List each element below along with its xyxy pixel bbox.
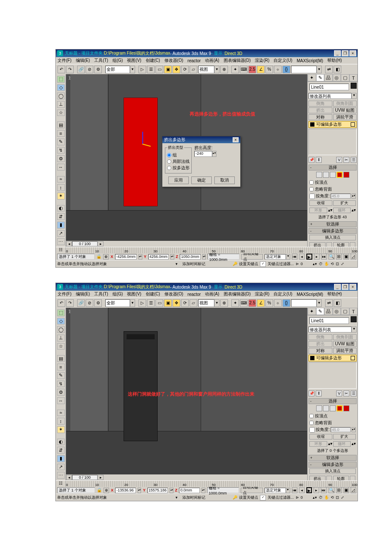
scroll-left-icon[interactable]: ◂ [66, 475, 72, 480]
select-button[interactable]: ▷ [138, 299, 146, 307]
reactor-icon[interactable]: ☆ [57, 110, 65, 116]
tab-modify[interactable]: ✎ [316, 74, 325, 81]
subobj-element[interactable] [343, 172, 349, 178]
arc-rotate-icon[interactable]: ⟲ [331, 262, 334, 266]
by-vertex-checkbox[interactable] [309, 180, 314, 185]
modifier-bevelprofile-button[interactable]: 倒角剖面 [333, 101, 357, 107]
menu-customize[interactable]: 自定义(U) [274, 291, 292, 297]
tab-motion[interactable]: ◎ [333, 74, 341, 81]
keyboard-shortcut-button[interactable]: ⌨ [240, 299, 248, 307]
spinner-icon[interactable]: ▴▾ [352, 208, 356, 213]
by-angle-checkbox[interactable] [309, 194, 315, 199]
object-name-field[interactable]: Line01 [309, 317, 349, 324]
redo-button[interactable]: ↷ [66, 299, 74, 307]
reactor-icon[interactable]: ⬚ [57, 76, 65, 83]
menu-modifiers[interactable]: 修改器(O) [164, 58, 183, 64]
reactor-icon[interactable]: ⊥ [57, 101, 65, 108]
key-mode-button[interactable]: ⊳ [296, 495, 299, 500]
select-name-button[interactable]: ☰ [147, 299, 155, 307]
timeline-ruler[interactable]: ☷ 0 10 20 30 40 50 60 70 80 90 100 [56, 247, 357, 253]
named-selection-button[interactable]: {} [282, 299, 290, 307]
loop-button[interactable]: 循环 [333, 441, 351, 447]
play-button[interactable]: ▶ [306, 487, 312, 493]
menu-grapheditors[interactable]: 图表编辑器(D) [224, 291, 251, 297]
setkey-button[interactable]: 设置关键点 [239, 495, 258, 500]
selection-filter[interactable]: 全部 ▼ [105, 66, 135, 73]
spinner-icon[interactable]: ▴▾ [313, 495, 317, 500]
shrink-button[interactable]: 收缩 [309, 200, 332, 206]
close-button[interactable]: × [349, 50, 356, 56]
ring-button[interactable]: 环形 [309, 441, 327, 447]
tab-hierarchy[interactable]: 品 [324, 308, 333, 315]
menu-edit[interactable]: 编辑(E) [76, 291, 90, 297]
loop-button[interactable]: 循环 [333, 208, 351, 213]
maximize-viewport-icon[interactable]: ⊡ [336, 262, 339, 266]
bind-button[interactable]: ⚙ [94, 66, 102, 73]
show-end-result-icon[interactable]: Ⅱ [316, 157, 322, 163]
spinner-icon[interactable]: ▴▾ [352, 194, 356, 199]
tab-motion[interactable]: ◎ [333, 308, 341, 315]
spinner-icon[interactable]: ▴▾ [202, 254, 206, 260]
select-manip-button[interactable]: ✦ [231, 66, 239, 73]
coord-toggle[interactable]: ⊕ [104, 488, 109, 493]
menu-reactor[interactable]: reactor [187, 292, 201, 297]
dialog-close-button[interactable]: × [233, 137, 239, 142]
make-unique-icon[interactable]: V [336, 157, 342, 163]
spinner-icon[interactable]: ▴▾ [313, 262, 317, 266]
setkey-button[interactable]: 设置关键点 [239, 261, 258, 267]
shrink-button[interactable]: 收缩 [309, 434, 332, 439]
zoom-all-icon[interactable]: ⊞ [336, 254, 342, 260]
menu-tools[interactable]: 工具(T) [94, 291, 108, 297]
named-selection-field[interactable]: ▼ [291, 299, 322, 307]
ok-button[interactable]: 确定 [191, 176, 212, 184]
modifier-uvw-button[interactable]: UVW 贴图 [333, 107, 357, 113]
rotate-button[interactable]: ⟳ [181, 299, 189, 307]
modifier-list[interactable]: 修改器列表▼ [308, 93, 357, 99]
key-toggle-icon[interactable]: ✓ [260, 495, 266, 500]
percent-snap-button[interactable]: % [265, 66, 273, 73]
configure-icon[interactable]: ☰ [351, 157, 357, 163]
modifier-chamfer-button[interactable]: 倒角 [308, 334, 332, 340]
time-config-icon[interactable]: ⏱ [319, 495, 323, 500]
tab-display[interactable]: ▢ [341, 74, 349, 81]
keyfilter-button[interactable]: 关键点过滤器... [268, 261, 294, 267]
menu-grapheditors[interactable]: 图表编辑器(D) [224, 58, 251, 64]
reactor-icon[interactable]: ⚙ [57, 155, 65, 162]
bind-button[interactable]: ⚙ [94, 299, 102, 307]
modifier-chamfer-button[interactable]: 倒角 [308, 101, 332, 107]
scale-button[interactable]: ▱ [190, 66, 197, 73]
y-coord-field[interactable]: 15575.186 [147, 488, 168, 493]
align-button[interactable]: ◧ [334, 66, 341, 73]
refcoord-dropdown[interactable]: 视图▼ [198, 299, 219, 307]
selection-filter[interactable]: 全部▼ [105, 299, 135, 307]
modifier-extrude-button[interactable]: 挤出 [308, 341, 332, 347]
menu-file[interactable]: 文件(F) [58, 58, 72, 64]
minimize-button[interactable]: _ [334, 50, 341, 56]
min-max-icon[interactable]: ⤢ [341, 495, 344, 500]
maximize-viewport-icon[interactable]: ⊡ [336, 495, 339, 500]
radio-by-polygon[interactable] [167, 166, 171, 170]
reactor-icon[interactable]: ↔ [57, 397, 65, 404]
spinner-icon[interactable]: ▴▾ [352, 441, 356, 447]
reactor-icon[interactable]: ⬚ [57, 309, 65, 316]
key-mode-button[interactable]: ⊳ [296, 262, 299, 266]
reactor-icon[interactable]: ⋯ [57, 472, 65, 479]
tab-create[interactable]: ✦ [308, 74, 316, 81]
named-selection-button[interactable]: {} [282, 66, 290, 73]
x-coord-field[interactable]: -4256.0mm [115, 254, 137, 260]
prev-frame-button[interactable]: ◂ [299, 487, 305, 493]
time-slider[interactable]: 0 / 100 [72, 241, 98, 246]
zoom-all-icon[interactable]: ⊞ [336, 487, 342, 493]
rollout-selection[interactable]: -选择 [308, 398, 357, 404]
select-rect-button[interactable]: ▭ [156, 66, 163, 73]
select-name-button[interactable]: ☰ [147, 66, 155, 73]
add-timetag-button[interactable]: 添加时间标记 [182, 495, 216, 500]
angle-snap-button[interactable]: ∠ [257, 66, 265, 73]
reactor-icon[interactable]: ↕ [57, 184, 65, 191]
redo-button[interactable]: ↷ [66, 66, 74, 73]
keyfilter-button[interactable]: 关键点过滤器... [268, 495, 294, 500]
menu-maxscript[interactable]: MAXScript(M) [297, 292, 323, 297]
fov-icon[interactable]: ◿ [351, 254, 356, 260]
ignore-backfacing-checkbox[interactable] [309, 187, 314, 191]
menu-help[interactable]: 帮助(H) [327, 58, 342, 64]
